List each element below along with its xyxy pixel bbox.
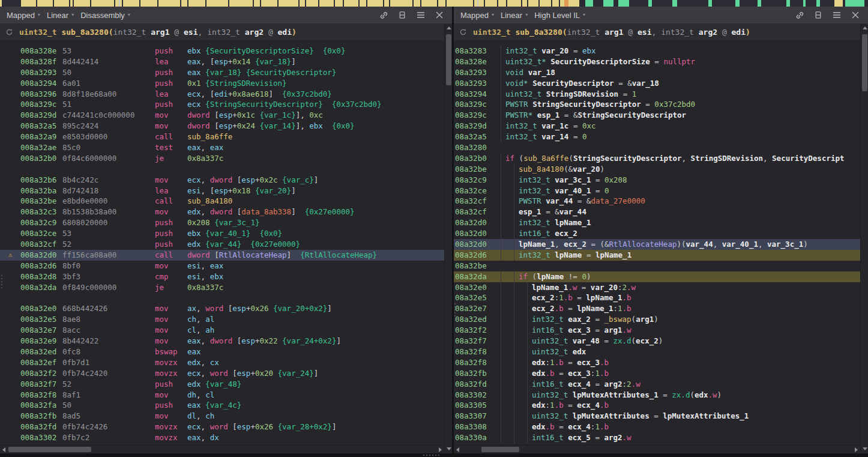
hlil-line[interactable]: 08a32e5ecx_2:1.b = lpName_1.b [454,292,860,303]
hlil-line[interactable]: 08a32f8edx:1.b = ecx_3.b [454,357,860,368]
disasm-line[interactable]: 008a32d83bf3cmpesi, ebx [0,271,444,282]
scroll-down-button[interactable] [445,445,452,453]
pane-splitter-drag-handle[interactable] [454,303,456,316]
disasm-line[interactable]: 008a32ef0fb7d1movzxedx, cx [0,357,444,368]
hlil-line[interactable]: 08a32ceint32_t var_40_1 = 0 [454,186,860,196]
disassembly-horizontal-scrollbar[interactable] [0,445,444,453]
close-icon[interactable] [851,10,860,20]
horizontal-scroll-thumb[interactable] [8,447,91,452]
scroll-down-button[interactable] [861,445,868,453]
disasm-line[interactable]: 008a328e53pushebx {SecurityDescriptorSiz… [0,46,444,56]
function-signature-row[interactable]: uint32_t sub_8a3280(int32_t arg1 @ esi, … [0,24,444,41]
disasm-line[interactable]: 008a32fb8ad5movdl, ch [0,411,444,422]
hlil-line[interactable]: 08a329dint32_t var_1c = 0xc [454,121,860,132]
hlil-line[interactable]: 08a328euint32_t* SecurityDescriptorSize … [454,56,860,67]
hlil-line[interactable]: 08a32f2int16_t ecx_3 = arg1.w [454,325,860,336]
link-icon[interactable] [795,10,804,20]
feature-map[interactable] [0,0,868,7]
hlil-line[interactable]: 08a32fbedx.b = ecx_3:1.b [454,368,860,379]
disassembly-vertical-scrollbar[interactable] [444,24,452,453]
link-icon[interactable] [379,10,388,20]
hlil-line[interactable]: 08a3293void var_18 [454,67,860,78]
hlil-code-area[interactable]: 08a3283int32_t var_20 = ebx08a328euint32… [454,41,860,445]
left-edge-drag-handle[interactable] [1,275,2,288]
disasm-line[interactable]: 008a32ae85c0testeax, eax [0,142,444,153]
disasm-line[interactable]: 008a32fd0fb74c2426movzxecx, word [esp+0x… [0,422,444,432]
disasm-line[interactable]: 008a32e0668b442426movax, word [esp+0x26 … [0,303,444,314]
hlil-line[interactable]: 08a32edint32_t eax_2 = _bswap(arg1) [454,314,860,325]
hlil-line[interactable]: 08a32e0lpName_1.w = var_20:2.w [454,282,860,293]
hlil-line[interactable]: 08a32d0int16_t ecx_2 [454,228,860,239]
disasm-line[interactable]: 008a32c96808020000push0x208 {var_3c_1} [0,217,444,228]
disassembly-code-area[interactable]: 008a328e53pushebx {SecurityDescriptorSiz… [0,41,444,445]
hlil-line[interactable]: 08a32c9int32_t var_3c_1 = 0x208 [454,175,860,186]
scroll-right-button[interactable] [436,446,444,453]
hlil-line[interactable]: 08a32daif (lpName != 0) [454,271,860,282]
layout-dropdown[interactable]: Linear ▾ [501,11,528,20]
scroll-up-button[interactable] [445,24,452,32]
hlil-line[interactable]: 08a3302uint32_t lpMutexAttributes_1 = zx… [454,390,860,401]
menu-icon[interactable] [416,10,426,20]
layout-dropdown[interactable]: Linear ▾ [47,11,74,20]
horizontal-scroll-thumb[interactable] [481,447,519,452]
hlil-line[interactable]: 08a32d0int32_t lpName_1 [454,217,860,228]
hlil-line[interactable]: 08a3305edx:1.b = ecx_4.b [454,400,860,411]
menu-icon[interactable] [832,10,842,20]
disasm-line[interactable]: 008a32e58ae8movch, al [0,314,444,325]
il-level-dropdown[interactable]: Disassembly ▾ [80,11,130,20]
splitter-handle-bottom[interactable] [423,455,439,456]
hlil-line[interactable]: 08a32d6int32_t lpName = lpName_1 [454,250,860,261]
scroll-left-button[interactable] [454,446,462,453]
disasm-line[interactable]: 008a32da0f849c000000je0x8a337c [0,282,444,293]
vertical-scroll-thumb[interactable] [862,34,867,91]
disasm-line[interactable] [0,164,444,175]
scroll-right-button[interactable] [852,446,860,453]
disasm-line[interactable]: 008a32968d8f18e68a00leaecx, [edi+0x8ae61… [0,89,444,100]
disasm-line[interactable]: 008a32fa50pusheax {var_4c} [0,400,444,411]
hlil-line[interactable]: 08a32f8uint32_t edx [454,347,860,357]
hlil-line[interactable]: 08a330aint16_t ecx_5 = arg2.w [454,432,860,443]
hlil-line[interactable]: 08a3280 [454,142,860,153]
disasm-line[interactable]: 008a32f88af1movdh, cl [0,390,444,401]
disasm-line[interactable]: 008a32a5895c2424movdword [esp+0x24 {var_… [0,121,444,132]
disasm-line[interactable]: 008a329c51pushecx {StringSecurityDescrip… [0,99,444,110]
scroll-left-button[interactable] [0,446,8,453]
hlil-line[interactable]: 08a32fdint16_t ecx_4 = arg2:2.w [454,379,860,390]
disasm-line[interactable]: 008a329dc744241c0c000000movdword [esp+0x… [0,110,444,121]
scroll-up-button[interactable] [861,24,868,32]
hlil-line[interactable]: 08a3293void* SecurityDescriptor = &var_1… [454,78,860,89]
view-type-dropdown[interactable]: Mapped ▾ [460,11,494,20]
disasm-line[interactable]: 008a32e98b442422moveax, dword [esp+0x22 … [0,336,444,347]
hlil-line[interactable]: 08a32f7uint32_t var_48 = zx.d(ecx_2) [454,336,860,347]
close-icon[interactable] [435,10,444,20]
disasm-line[interactable]: 008a32f20fb74c2420movzxecx, word [esp+0x… [0,368,444,379]
hlil-line[interactable]: 08a32e7ecx_2.b = lpName_1:1.b [454,303,860,314]
hlil-line[interactable]: 08a3307uint32_t lpMutexAttributes = lpMu… [454,411,860,422]
split-view-icon[interactable] [397,10,407,20]
disasm-line[interactable]: 008a32cf52pushedx {var_44} {0x27e0000} [0,239,444,250]
vertical-scroll-thumb[interactable] [446,34,451,85]
disasm-line[interactable]: 008a32ce53pushebx {var_40_1} {0x0} [0,228,444,239]
hlil-line[interactable]: 08a3294uint32_t StringSDRevision = 1 [454,89,860,100]
hlil-line[interactable]: 08a32besub_8a4180(&var_20) [454,164,860,175]
disasm-line[interactable]: 008a32ed0fc8bswapeax [0,347,444,357]
disasm-line[interactable]: 008a32bee8bd0e0000callsub_8a4180 [0,196,444,207]
disasm-line[interactable] [0,292,444,303]
disasm-line[interactable]: 008a32946a01push0x1 {StringSDRevision} [0,78,444,89]
disasm-line[interactable]: 008a328f8d442414leaeax, [esp+0x14 {var_1… [0,56,444,67]
hlil-line[interactable]: 08a3283int32_t var_20 = ebx [454,46,860,56]
disasm-line[interactable]: 008a32e78accmovcl, ah [0,325,444,336]
hlil-line[interactable]: 08a32cfesp_1 = &var_44 [454,207,860,217]
hlil-line[interactable]: 08a32cfPWSTR var_44 = &data_27e0000 [454,196,860,207]
hlil-line[interactable]: 08a32a5int32_t var_14 = 0 [454,132,860,142]
split-view-icon[interactable] [813,10,823,20]
disasm-line[interactable]: 008a32a9e8503d0000callsub_8a6ffe [0,132,444,142]
disasm-line[interactable]: 008a33020fb7c2movzxeax, dx [0,432,444,443]
disasm-line[interactable]: 008a32f752pushedx {var_48} [0,379,444,390]
hlil-vertical-scrollbar[interactable] [860,24,868,453]
hlil-line[interactable]: 08a32d0lpName_1, ecx_2 = (&RtlAllocateHe… [454,239,860,250]
hlil-line[interactable]: 08a329cPWSTR StringSecurityDescriptor = … [454,99,860,110]
disasm-line[interactable]: 008a32ba8d742418leaesi, [esp+0x18 {var_2… [0,186,444,196]
disasm-line[interactable]: ⚠008a32d0ff156ca08a00calldword [RtlAlloc… [0,250,444,261]
hlil-horizontal-scrollbar[interactable] [454,445,860,453]
